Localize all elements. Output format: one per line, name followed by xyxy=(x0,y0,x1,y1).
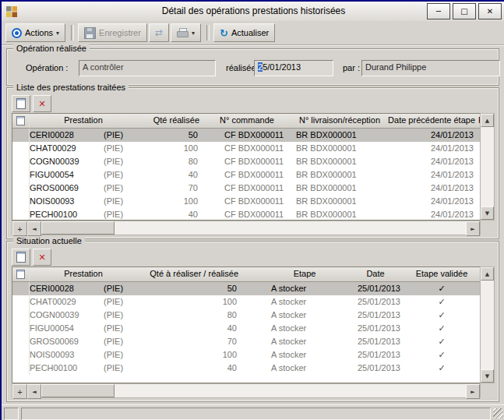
table-row[interactable]: CERI00028(PIE)50CF BDX000011BR BDX000001… xyxy=(12,129,480,142)
qty-realisee: 80 xyxy=(137,155,201,168)
scroll-down-button[interactable]: ▼ xyxy=(481,206,494,220)
table-row[interactable]: PECH00100(PIE)40A stocker25/01/2013✓ xyxy=(12,362,480,375)
row-selector-cell xyxy=(12,208,30,221)
scroll-track[interactable] xyxy=(115,384,466,397)
scroll-track[interactable] xyxy=(115,221,466,235)
qty-a-realiser: 80 xyxy=(137,309,240,322)
scroll-thumb[interactable] xyxy=(41,221,115,235)
col-header-qty-a-realiser[interactable]: Qté à réaliser / réalisée xyxy=(137,267,240,281)
table-row[interactable]: COGN00039(PIE)80A stocker25/01/2013✓ xyxy=(12,309,480,322)
scroll-right-button[interactable]: ► xyxy=(466,384,480,399)
minimize-button[interactable]: ─ xyxy=(427,3,450,19)
table-row[interactable]: GROS00069(PIE)70CF BDX000011BR BDX000001… xyxy=(12,182,480,195)
delete-line-button[interactable]: ✕ xyxy=(33,95,51,112)
close-button[interactable]: ✕ xyxy=(478,3,502,19)
date: 25/01/2013 xyxy=(340,362,411,375)
table-row[interactable]: NOIS00093(PIE)100CF BDX000011BR BDX00000… xyxy=(12,195,480,208)
header-corner-cell[interactable] xyxy=(12,114,30,128)
scroll-up-button[interactable]: ▲ xyxy=(481,267,494,281)
scroll-thumb[interactable] xyxy=(41,384,115,397)
row-selector-cell xyxy=(12,362,30,375)
scroll-track[interactable] xyxy=(481,127,494,206)
col-header-commande[interactable]: N° commande xyxy=(201,114,293,128)
add-line-button[interactable]: + xyxy=(12,384,27,399)
qty-realisee: 50 xyxy=(137,129,201,142)
sync-button[interactable]: ⇄ xyxy=(149,23,169,42)
situation-actuelle-group: Situation actuelle ✕ Prestation Qté à ré… xyxy=(6,241,499,402)
row-selector-cell xyxy=(12,182,30,195)
par-field[interactable]: Durand Philippe xyxy=(361,60,500,76)
vertical-scrollbar[interactable]: ▲ ▼ xyxy=(480,266,495,383)
table-row[interactable]: NOIS00093(PIE)100A stocker25/01/2013✓ xyxy=(12,348,480,362)
table-row[interactable]: FIGU00054(PIE)40A stocker25/01/2013✓ xyxy=(12,322,480,335)
scroll-up-button[interactable]: ▲ xyxy=(481,114,494,127)
etape: A stocker xyxy=(240,282,340,295)
qty-a-realiser: 40 xyxy=(137,322,240,335)
prestation-unit: (PIE) xyxy=(98,295,137,309)
realisee-le-field[interactable]: 25/01/2013 xyxy=(254,60,333,76)
horizontal-scrollbar[interactable]: + ◄ ► xyxy=(12,383,481,398)
actions-icon xyxy=(12,28,22,38)
num-livraison: BR BDX000001 xyxy=(293,129,386,142)
table-row[interactable]: GROS00069(PIE)70A stocker25/01/2013✓ xyxy=(12,335,480,348)
operation-realisee-group: Opération réalisée Opération : A contrôl… xyxy=(6,48,499,86)
etape-validee-check: ✓ xyxy=(411,322,472,335)
scroll-left-button[interactable]: ◄ xyxy=(27,384,41,399)
date-text: 5/01/2013 xyxy=(263,62,301,72)
prestation-unit: (PIE) xyxy=(98,208,137,221)
open-document-button[interactable] xyxy=(12,249,30,266)
table-row[interactable]: CHAT00029(PIE)100A stocker25/01/2013✓ xyxy=(12,295,480,309)
row-selector-cell xyxy=(12,295,30,309)
app-icon xyxy=(6,6,17,17)
vertical-scrollbar[interactable]: ▲ ▼ xyxy=(480,113,495,221)
scroll-track[interactable] xyxy=(481,281,494,369)
status-message-area xyxy=(21,408,491,420)
printer-icon xyxy=(177,28,189,38)
col-header-prestation[interactable]: Prestation xyxy=(30,114,137,128)
table-row[interactable]: PECH00100(PIE)40CF BDX000011BR BDX000001… xyxy=(12,208,480,221)
date-precedente-etape: 24/01/2013 xyxy=(386,129,477,142)
operation-field[interactable]: A contrôler xyxy=(79,60,216,76)
header-corner-cell[interactable] xyxy=(12,267,30,281)
resize-grip-icon[interactable] xyxy=(493,408,503,418)
table-body: CERI00028(PIE)50A stocker25/01/2013✓CHAT… xyxy=(12,282,480,375)
col-header-livraison[interactable]: N° livraison/réception xyxy=(293,114,386,128)
num-livraison: BR BDX000001 xyxy=(293,155,386,168)
col-header-prestation[interactable]: Prestation xyxy=(30,267,137,281)
actualiser-button[interactable]: ↻ Actualiser xyxy=(213,23,275,42)
prestation-code: COGN00039 xyxy=(30,155,98,168)
delete-line-button[interactable]: ✕ xyxy=(33,249,51,266)
open-document-button[interactable] xyxy=(12,95,30,112)
enregistrer-button[interactable]: Enregistrer xyxy=(78,23,147,42)
scroll-down-button[interactable]: ▼ xyxy=(481,369,494,383)
col-header-etape-validee[interactable]: Etape validée xyxy=(411,267,472,281)
status-cell xyxy=(4,408,19,420)
date: 25/01/2013 xyxy=(340,348,411,362)
col-header-date-precedente[interactable]: Date précédente étape xyxy=(386,114,477,128)
row-selector-cell xyxy=(12,322,30,335)
table-row[interactable]: CHAT00029(PIE)100CF BDX000011BR BDX00000… xyxy=(12,142,480,155)
table-row[interactable]: FIGU00054(PIE)40CF BDX000011BR BDX000001… xyxy=(12,168,480,182)
num-commande: CF BDX000011 xyxy=(201,182,293,195)
filler-cell xyxy=(472,295,480,309)
col-header-etape[interactable]: Etape xyxy=(240,267,340,281)
num-livraison: BR BDX000001 xyxy=(293,208,386,221)
title-bar[interactable]: Détail des opérations prestations histor… xyxy=(2,2,504,22)
date: 25/01/2013 xyxy=(340,335,411,348)
prestation-code: FIGU00054 xyxy=(30,168,98,182)
row-selector-cell xyxy=(12,129,30,142)
col-header-date[interactable]: Date xyxy=(340,267,411,281)
actions-button[interactable]: Actions ▾ xyxy=(5,23,65,42)
num-livraison: BR BDX000001 xyxy=(293,195,386,208)
maximize-button[interactable]: □ xyxy=(453,3,476,19)
operation-label: Opération : xyxy=(26,63,68,72)
scroll-left-button[interactable]: ◄ xyxy=(27,221,41,236)
col-header-qty-realisee[interactable]: Qté réalisée xyxy=(137,114,201,128)
scroll-right-button[interactable]: ► xyxy=(466,221,480,236)
table-row[interactable]: COGN00039(PIE)80CF BDX000011BR BDX000001… xyxy=(12,155,480,168)
add-line-button[interactable]: + xyxy=(12,221,27,236)
print-button[interactable]: ▾ xyxy=(171,23,201,42)
horizontal-scrollbar[interactable]: + ◄ ► xyxy=(12,221,481,235)
table-row[interactable]: CERI00028(PIE)50A stocker25/01/2013✓ xyxy=(12,282,480,295)
row-selector-cell xyxy=(12,309,30,322)
